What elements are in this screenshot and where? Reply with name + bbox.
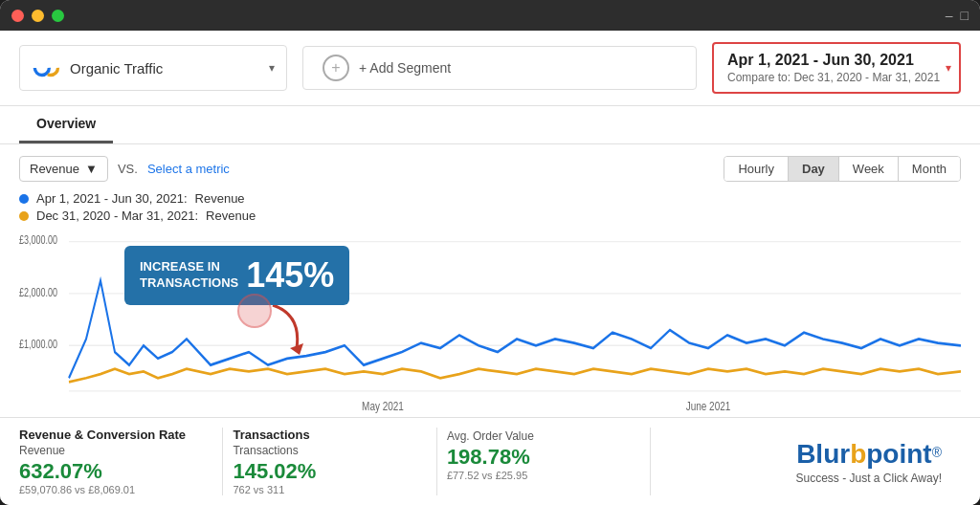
branding-section: Blurbpoint® Success - Just a Click Away! xyxy=(651,428,961,495)
x-label-may: May 2021 xyxy=(362,399,404,414)
stat-sub-avg-order: £77.52 vs £25.95 xyxy=(447,470,640,481)
main-content: Organic Traffic ▾ + + Add Segment Apr 1,… xyxy=(0,31,980,505)
stat-label-revenue: Revenue xyxy=(19,444,212,457)
titlebar: – □ xyxy=(0,0,980,31)
banner-percent: 145% xyxy=(246,255,334,296)
vs-label: VS. xyxy=(118,162,138,176)
date-compare-value: Dec 31, 2020 - Mar 31, 2021 xyxy=(793,71,940,84)
legend-dot-blue xyxy=(19,194,29,204)
tabs-row: Overview xyxy=(0,106,980,144)
tab-overview[interactable]: Overview xyxy=(19,106,113,143)
legend-date-2: Dec 31, 2020 - Mar 31, 2021: xyxy=(36,209,198,223)
minimize-icon[interactable]: – xyxy=(946,9,953,22)
chart-legend: Apr 1, 2021 - Jun 30, 2021: Revenue Dec … xyxy=(0,187,980,229)
stat-value-transactions: 145.02% xyxy=(233,459,426,484)
window-controls: – □ xyxy=(946,9,969,22)
chart-area: £3,000.00 £2,000.00 £1,000.00 May 2021 J… xyxy=(0,229,980,417)
legend-item-2: Dec 31, 2020 - Mar 31, 2021: Revenue xyxy=(19,209,961,223)
stat-label-transactions: Transactions xyxy=(233,444,426,457)
stat-value-avg-order: 198.78% xyxy=(447,445,640,470)
y-label-3000: £3,000.00 xyxy=(19,233,57,247)
date-compare: Compare to: Dec 31, 2020 - Mar 31, 2021 xyxy=(727,71,946,84)
metric-dropdown-arrow: ▼ xyxy=(85,162,98,176)
organic-traffic-icon xyxy=(32,54,60,82)
add-segment-icon: + xyxy=(323,55,349,81)
date-compare-prefix: Compare to: xyxy=(727,71,791,84)
close-button[interactable] xyxy=(11,10,24,22)
stat-value-revenue: 632.07% xyxy=(19,459,212,484)
maximize-button[interactable] xyxy=(52,10,64,22)
chart-controls: Revenue ▼ VS. Select a metric Hourly Day… xyxy=(0,144,980,187)
brand-registered: ® xyxy=(932,444,942,459)
date-range-selector[interactable]: Apr 1, 2021 - Jun 30, 2021 Compare to: D… xyxy=(712,42,961,94)
brand-tagline: Success - Just a Click Away! xyxy=(795,472,942,485)
month-button[interactable]: Month xyxy=(899,157,960,181)
brand-name-blur: Blur xyxy=(796,439,850,469)
legend-metric-1: Revenue xyxy=(195,191,245,206)
stat-group-revenue: Revenue & Conversion Rate Revenue 632.07… xyxy=(19,428,223,495)
app-window: – □ Organic Traffic ▾ + + Add Segm xyxy=(0,0,980,505)
add-segment-label: + Add Segment xyxy=(359,60,451,76)
increase-banner: INCREASE INTRANSACTIONS 145% xyxy=(124,246,349,305)
x-label-june: June 2021 xyxy=(686,399,731,414)
day-button[interactable]: Day xyxy=(789,157,839,181)
metric-label: Revenue xyxy=(30,162,79,176)
minimize-button[interactable] xyxy=(32,10,44,22)
hourly-button[interactable]: Hourly xyxy=(724,157,789,181)
y-label-1000: £1,000.00 xyxy=(19,338,57,351)
legend-date-1: Apr 1, 2021 - Jun 30, 2021: xyxy=(36,191,188,206)
svg-point-0 xyxy=(34,61,49,76)
brand-logo: Blurbpoint® xyxy=(796,439,942,470)
segment-dropdown-arrow: ▾ xyxy=(269,61,275,75)
stats-row: Revenue & Conversion Rate Revenue 632.07… xyxy=(0,417,980,505)
legend-item-1: Apr 1, 2021 - Jun 30, 2021: Revenue xyxy=(19,191,961,206)
add-segment-button[interactable]: + + Add Segment xyxy=(302,46,697,90)
stat-group-transactions: Transactions Transactions 145.02% 762 vs… xyxy=(223,428,436,495)
date-main: Apr 1, 2021 - Jun 30, 2021 xyxy=(727,52,946,69)
select-metric-link[interactable]: Select a metric xyxy=(147,162,230,176)
header-row: Organic Traffic ▾ + + Add Segment Apr 1,… xyxy=(0,31,980,106)
brand-name-point: point xyxy=(866,439,931,469)
time-period-buttons: Hourly Day Week Month xyxy=(724,156,961,182)
week-button[interactable]: Week xyxy=(839,157,899,181)
metric-dropdown[interactable]: Revenue ▼ xyxy=(19,156,108,182)
stat-group-title-transactions: Transactions xyxy=(233,428,426,442)
highlight-circle xyxy=(237,294,272,328)
restore-icon[interactable]: □ xyxy=(961,9,969,22)
stat-label-avg-order: Avg. Order Value xyxy=(447,429,640,443)
stat-sub-transactions: 762 vs 311 xyxy=(233,484,426,495)
brand-name-b: b xyxy=(850,439,866,469)
stat-group-title-revenue: Revenue & Conversion Rate xyxy=(19,428,212,442)
segment-selector[interactable]: Organic Traffic ▾ xyxy=(19,45,287,91)
legend-metric-2: Revenue xyxy=(206,209,256,223)
stat-sub-revenue: £59,070.86 vs £8,069.01 xyxy=(19,484,212,495)
segment-label: Organic Traffic xyxy=(70,60,259,77)
date-dropdown-arrow: ▾ xyxy=(946,61,951,75)
y-label-2000: £2,000.00 xyxy=(19,285,57,298)
segment-icon xyxy=(32,54,60,82)
legend-dot-orange xyxy=(19,211,29,221)
banner-text: INCREASE INTRANSACTIONS xyxy=(140,259,238,292)
stat-group-avg-order: Avg. Order Value 198.78% £77.52 vs £25.9… xyxy=(437,428,651,495)
